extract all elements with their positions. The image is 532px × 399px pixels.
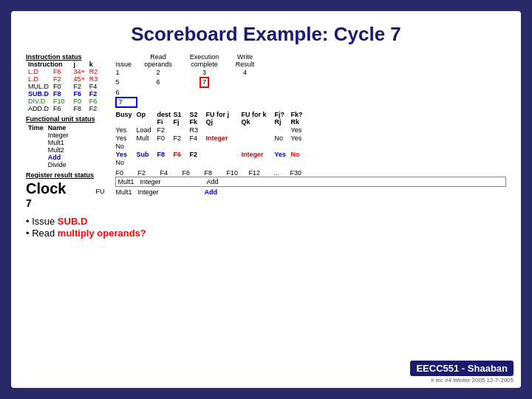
fu-row-divide: Divide	[26, 161, 71, 168]
fu-row-integer: Integer	[26, 132, 71, 139]
data-row-4: 7	[115, 97, 506, 108]
data-row-2: 5 6 7	[115, 77, 506, 88]
table-row: L.D F2 45+ R3	[26, 75, 100, 83]
slide: Scoreboard Example: Cycle 7 Instruction …	[11, 11, 521, 388]
fu-col-header-row: Time Name	[26, 124, 71, 132]
fu-detail-row-mult2: No	[115, 143, 506, 150]
footer: EECC551 - Shaaban # lec #4 Winter 2005 1…	[410, 361, 514, 383]
register-headers: F0 F2 F4 F6 F8 F10 F12 ... F30	[115, 169, 506, 177]
clock-row: Clock FU	[26, 180, 104, 197]
fu-detail-row-mult1: Yes Mult F0 F2 F4 Integer No Yes	[115, 134, 506, 142]
k-col-header: k	[87, 61, 100, 68]
fu-label-text: FU	[95, 188, 104, 195]
functional-unit-header: Functional unit status	[26, 115, 104, 123]
data-row-3: 6	[115, 89, 506, 96]
right-section: Issue Readoperands Executioncomplete Wri…	[115, 53, 506, 209]
eecc-badge: EECC551 - Shaaban	[410, 361, 514, 376]
table-header-row: Instruction j k	[26, 61, 100, 68]
slide-title: Scoreboard Example: Cycle 7	[26, 23, 506, 46]
instruction-status-table: Instruction status Instruction j k L.D F…	[26, 53, 104, 209]
top-section: Instruction status Instruction j k L.D F…	[26, 53, 506, 209]
read-label: Readoperands	[137, 53, 178, 68]
bullet-2-bold: multiply operands?	[58, 228, 146, 239]
fu-detail-header: Busy Op destFi S1Fj S2Fk FU for jQj FU f…	[115, 111, 506, 126]
fu-row-add: Add	[26, 154, 71, 161]
fu-row-mult1: Mult1	[26, 139, 71, 146]
table-row: DIV.D F10 F0 F6	[26, 98, 100, 105]
write-label: WriteResult	[230, 53, 259, 68]
table-row: L.D F6 34+ R2	[26, 68, 100, 75]
table-row: SUB.D F8 F6 F2	[26, 90, 100, 98]
exec-label: Executioncomplete	[178, 53, 230, 68]
issue-label: Issue	[115, 61, 137, 68]
table-row: ADD.D F6 F8 F2	[26, 105, 100, 112]
data-row-1: 1 2 3 4	[115, 69, 506, 76]
fu-time-name-row: Time Name Integer Mult1	[26, 124, 104, 168]
boxed-7: 7	[200, 77, 209, 88]
fu-name-table: Time Name Integer Mult1	[26, 124, 71, 168]
fu-detail-row-integer: Yes Load F2 R3 Yes	[115, 126, 506, 134]
content-area: Instruction status Instruction j k L.D F…	[26, 53, 506, 239]
footer-footnote: # lec #4 Winter 2005 12-7-2005	[431, 377, 514, 383]
table-row: MUL.D F0 F2 F4	[26, 83, 100, 90]
reg-fu-row: Mult1 Integer Add	[115, 188, 506, 196]
fu-detail-row-add: Yes Sub F8 F6 F2 Integer Yes No	[115, 151, 506, 158]
clock-label: Clock	[26, 180, 66, 197]
j-col-header: j	[72, 61, 87, 68]
instruction-col-header: Instruction	[26, 61, 72, 68]
register-result-header: Register result status	[26, 171, 104, 179]
fu-row-mult2: Mult2	[26, 146, 71, 154]
register-values: Mult1 Integer Add	[115, 177, 506, 187]
bullet-section: • Issue SUB.D • Read multiply operands?	[26, 215, 506, 239]
instruction-status-header: Instruction status	[26, 53, 104, 61]
bullet-1: • Issue SUB.D	[26, 216, 506, 227]
instruction-table: Instruction j k L.D F6 34+ R2 L.D F2	[26, 61, 100, 112]
bullet-1-bold: SUB.D	[58, 216, 87, 227]
bullet-2: • Read multiply operands?	[26, 228, 506, 239]
clock-value: 7	[26, 197, 104, 209]
column-headers: Issue Readoperands Executioncomplete Wri…	[115, 53, 506, 68]
fu-detail-row-divide: No	[115, 159, 506, 166]
